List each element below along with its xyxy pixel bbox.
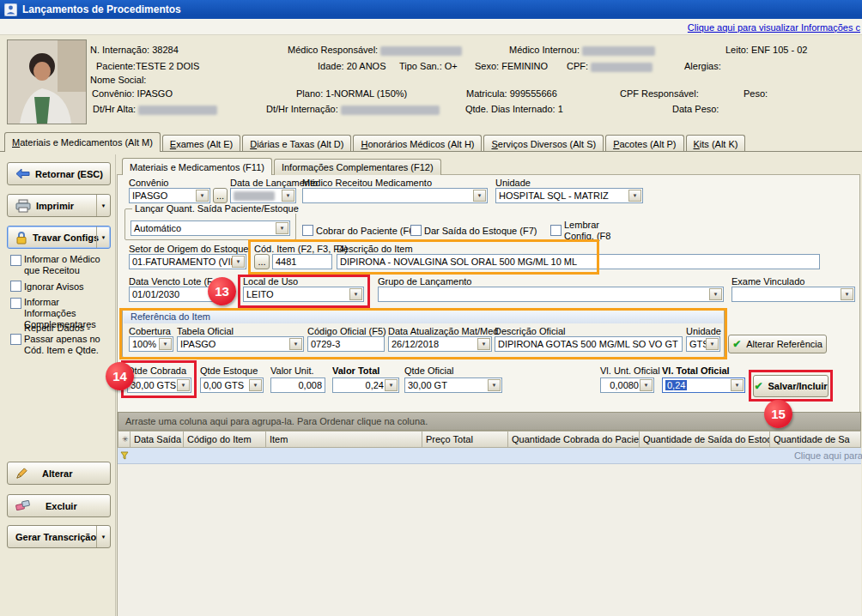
- informar-medico-label[interactable]: Informar o Médico que Receitou: [24, 254, 110, 276]
- column-header-qtd-cobrada[interactable]: Quantidade Cobrada do Paciente: [508, 431, 640, 448]
- chevron-down-icon: ▼: [488, 379, 501, 391]
- tab-pacotes[interactable]: Pacotes (Alt P): [605, 135, 683, 152]
- tab-materiais-f11[interactable]: Materiais e Medicamentos (F11): [122, 158, 272, 175]
- filter-hint: Clique aqui para: [794, 450, 862, 461]
- informar-medico-checkbox[interactable]: [10, 255, 21, 266]
- travar-configs-button[interactable]: Travar Configs ▼: [7, 226, 111, 249]
- column-header-preco-total[interactable]: Preço Total: [422, 431, 508, 448]
- tab-diarias-taxas[interactable]: Diárias e Taxas (Alt D): [242, 135, 351, 152]
- unidade-select[interactable]: HOSPITAL SQL - MATRIZ▼: [495, 188, 643, 203]
- vl-total-oficial-select[interactable]: 0,24▼: [662, 377, 745, 393]
- ignorar-avisos-checkbox[interactable]: [10, 281, 21, 292]
- redacted-value: [341, 106, 440, 115]
- column-header-qtd-saida-estoque[interactable]: Quantidade de Saída do Estoque: [640, 431, 770, 448]
- window-titlebar[interactable]: Lançamentos de Procedimentos: [0, 0, 862, 19]
- descricao-item-input[interactable]: DIPIRONA - NOVALGINA SOL ORAL 500 MG/ML …: [337, 254, 820, 269]
- cod-item-browse-button[interactable]: ...: [254, 254, 270, 269]
- chevron-down-icon: ▼: [276, 222, 288, 234]
- column-header-qtd-sa[interactable]: Quantidade de Sa: [770, 431, 861, 448]
- chevron-down-icon: ▼: [177, 379, 190, 391]
- unidade-oficial-select[interactable]: GTS▼: [686, 336, 720, 352]
- lock-icon: [15, 231, 27, 245]
- retornar-button[interactable]: Retornar (ESC): [7, 162, 111, 185]
- check-icon: ✔: [732, 338, 741, 350]
- tab-exames[interactable]: Exames (Alt E): [162, 135, 240, 152]
- grid-filter-row[interactable]: Clique aqui para: [118, 448, 861, 464]
- main-tabstrip: Materiais e Medicamentos (Alt M) Exames …: [4, 131, 747, 152]
- valor-unit-label: Valor Unit.: [270, 365, 314, 376]
- tabela-oficial-select[interactable]: IPASGO▼: [177, 336, 304, 352]
- data-atualizacao-select[interactable]: 26/12/2018▼: [388, 336, 492, 352]
- tab-informacoes-f12[interactable]: Informações Complementares (F12): [274, 159, 441, 175]
- lancar-modo-select[interactable]: Automático▼: [131, 220, 290, 236]
- excluir-button[interactable]: Excluir: [7, 494, 111, 517]
- repetir-dados-label[interactable]: Repetir Dados - Passar apenas no Cód. It…: [24, 323, 113, 356]
- imprimir-button[interactable]: Imprimir ▼: [7, 194, 111, 217]
- descricao-oficial-input[interactable]: DIPIRONA GOTAS 500 MG/ML SO VO GT: [495, 336, 683, 352]
- descricao-oficial-label: Descrição Oficial: [495, 326, 566, 336]
- alterar-referencia-button[interactable]: ✔ Alterar Referência: [728, 335, 827, 353]
- ignorar-avisos-label[interactable]: Ignorar Avisos: [24, 281, 110, 293]
- lembrar-config-checkbox[interactable]: [550, 225, 562, 236]
- qtde-estoque-select[interactable]: 0,00 GTS▼: [200, 377, 264, 393]
- grid-corner-cell[interactable]: ✳: [118, 431, 131, 448]
- qtde-cobrada-select[interactable]: 30,00 GTS▼: [127, 377, 191, 393]
- codigo-oficial-input[interactable]: 0729-3: [307, 336, 385, 352]
- vl-unt-oficial-select[interactable]: 0,0080▼: [600, 377, 654, 393]
- imprimir-dropdown-arrow[interactable]: ▼: [96, 195, 110, 216]
- pencil-icon: [15, 467, 28, 480]
- field-qtde-dias-internado: Qtde. Dias Internado: 1: [465, 104, 563, 114]
- unidade-label: Unidade: [495, 178, 531, 188]
- local-uso-select[interactable]: LEITO▼: [243, 287, 364, 302]
- convenio-select[interactable]: IPASGO▼: [129, 188, 210, 203]
- repetir-dados-checkbox[interactable]: [10, 334, 21, 345]
- grid-body[interactable]: [118, 464, 861, 616]
- convenio-browse-button[interactable]: ...: [213, 188, 228, 203]
- travar-configs-dropdown-arrow[interactable]: ▼: [96, 226, 110, 248]
- annotation-badge-14: 14: [106, 362, 134, 390]
- column-header-item[interactable]: Item: [266, 431, 422, 448]
- data-lancamento-select[interactable]: ▼: [230, 188, 296, 203]
- tab-materiais-medicamentos[interactable]: Materiais e Medicamentos (Alt M): [4, 132, 161, 152]
- valor-total-select[interactable]: 0,24▼: [332, 377, 399, 393]
- chevron-down-icon: ▼: [232, 256, 245, 268]
- field-nome-social: Nome Social:: [90, 75, 146, 85]
- cod-item-input[interactable]: 4481: [272, 254, 332, 269]
- field-cpf: CPF:: [567, 61, 653, 72]
- annotation-badge-15: 15: [764, 400, 792, 428]
- printer-icon: [15, 199, 31, 213]
- tab-honorarios-medicos[interactable]: Honorários Médicos (Alt H): [353, 135, 482, 152]
- dar-saida-label[interactable]: Dar Saída do Estoque (F7): [424, 226, 537, 237]
- field-alergias: Alergias:: [684, 61, 721, 71]
- tab-servicos-diversos[interactable]: Serviços Diversos (Alt S): [483, 135, 604, 152]
- alterar-button[interactable]: Alterar: [7, 462, 111, 485]
- vl-unt-oficial-label: Vl. Unt. Oficial: [600, 365, 660, 376]
- setor-origem-select[interactable]: 01.FATURAMENTO (VIRT▼: [129, 254, 246, 269]
- medico-receitou-label: Médico Receitou Medicamento: [302, 178, 432, 188]
- medico-receitou-select[interactable]: ▼: [302, 188, 488, 203]
- column-header-codigo-item[interactable]: Código do Item: [184, 431, 266, 448]
- dar-saida-checkbox[interactable]: [410, 225, 422, 236]
- cobertura-select[interactable]: 100%▼: [129, 336, 173, 352]
- grupo-lancamento-select[interactable]: ▼: [378, 287, 724, 302]
- cobrar-paciente-checkbox[interactable]: [302, 225, 313, 236]
- tabela-oficial-label: Tabela Oficial: [177, 326, 234, 336]
- salvar-incluir-button[interactable]: ✔ Salvar/Incluir: [753, 375, 829, 397]
- exame-vinculado-select[interactable]: ▼: [731, 287, 855, 302]
- gerar-transcricao-button[interactable]: Gerar Transcrição ▼: [7, 525, 111, 548]
- tab-kits[interactable]: Kits (Alt K): [686, 135, 746, 152]
- redacted-value: [234, 191, 275, 201]
- groupby-bar[interactable]: Arraste uma coluna aqui para agrupa-la. …: [118, 412, 861, 431]
- header-strip: Clique aqui para visualizar Informações …: [0, 19, 862, 35]
- column-header-data-saida[interactable]: Data Saída: [131, 431, 184, 448]
- lembrar-config-label[interactable]: Lembrar Config. (F8: [564, 220, 624, 242]
- exame-vinculado-label: Exame Vinculado: [731, 276, 804, 287]
- visualizar-informacoes-link[interactable]: Clique aqui para visualizar Informações …: [688, 22, 860, 33]
- chevron-down-icon: ▼: [731, 379, 744, 391]
- qtde-oficial-select[interactable]: 30,00 GT▼: [404, 377, 502, 393]
- field-medico-internou: Médico Internou:: [509, 45, 655, 56]
- valor-unit-input[interactable]: 0,008: [270, 377, 325, 393]
- informar-info-checkbox[interactable]: [10, 298, 21, 309]
- cobrar-paciente-label[interactable]: Cobrar do Paciente (F6): [316, 226, 417, 237]
- gerar-transcricao-dropdown-arrow[interactable]: ▼: [96, 526, 110, 547]
